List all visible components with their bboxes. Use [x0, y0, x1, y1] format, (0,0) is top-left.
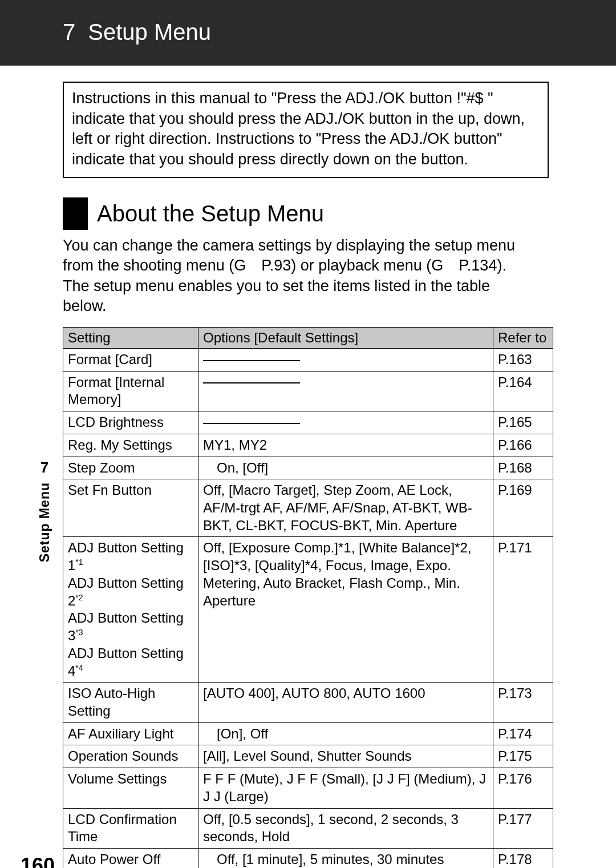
col-header-refer: Refer to — [493, 328, 553, 349]
cell-options — [198, 349, 493, 372]
table-row: Operation Sounds[All], Level Sound, Shut… — [63, 745, 553, 768]
cell-setting: Auto Power Off — [63, 848, 198, 868]
cell-options: Off, [1 minute], 5 minutes, 30 minutes — [198, 848, 493, 868]
manual-page: 7Setup Menu Instructions in this manual … — [0, 0, 616, 868]
cell-options: Off, [Macro Target], Step Zoom, AE Lock,… — [198, 479, 493, 537]
cell-options: On, [Off] — [198, 457, 493, 479]
cell-setting: ISO Auto-High Setting — [63, 683, 198, 722]
cell-refer: P.164 — [493, 371, 553, 411]
cell-options: Off, [Exposure Comp.]*1, [White Balance]… — [198, 537, 493, 683]
page-number: 160 — [21, 854, 55, 868]
table-row: Format [Card]P.163 — [63, 349, 553, 372]
cell-refer: P.177 — [493, 808, 553, 848]
cell-refer: P.169 — [493, 479, 553, 537]
cell-options: Off, [0.5 seconds], 1 second, 2 seconds,… — [198, 808, 493, 848]
table-row: Reg. My SettingsMY1, MY2P.166 — [63, 434, 553, 457]
cell-refer: P.176 — [493, 768, 553, 808]
settings-table: Setting Options [Default Settings] Refer… — [63, 327, 553, 868]
cell-refer: P.168 — [493, 457, 553, 479]
cell-refer: P.165 — [493, 411, 553, 434]
cell-setting: Format [Internal Memory] — [63, 371, 198, 411]
instruction-note-box: Instructions in this manual to "Press th… — [63, 82, 549, 178]
section-intro-text: You can change the camera settings by di… — [63, 236, 530, 317]
section-heading-text: About the Setup Menu — [88, 197, 333, 230]
side-tab-chapter-number: 7 — [34, 459, 55, 477]
cell-setting: Volume Settings — [63, 768, 198, 808]
table-row: ADJ Button Setting 1*1ADJ Button Setting… — [63, 537, 553, 683]
cell-setting: AF Auxiliary Light — [63, 722, 198, 745]
cell-options — [198, 411, 493, 434]
col-header-options: Options [Default Settings] — [198, 328, 493, 349]
chapter-title: Setup Menu — [88, 19, 211, 45]
cell-refer: P.173 — [493, 683, 553, 722]
cell-refer: P.171 — [493, 537, 553, 683]
table-row: AF Auxiliary Light [On], OffP.174 — [63, 722, 553, 745]
cell-refer: P.178 — [493, 848, 553, 868]
instruction-note-text: Instructions in this manual to "Press th… — [72, 90, 525, 168]
table-row: Format [Internal Memory]P.164 — [63, 371, 553, 411]
cell-refer: P.163 — [493, 349, 553, 372]
col-header-setting: Setting — [63, 328, 198, 349]
dash-line-icon — [203, 382, 300, 383]
cell-refer: P.175 — [493, 745, 553, 768]
cell-setting: Format [Card] — [63, 349, 198, 372]
table-row: Step Zoom On, [Off]P.168 — [63, 457, 553, 479]
cell-setting: LCD Confirmation Time — [63, 808, 198, 848]
cell-setting: Set Fn Button — [63, 479, 198, 537]
table-row: Set Fn ButtonOff, [Macro Target], Step Z… — [63, 479, 553, 537]
table-header-row: Setting Options [Default Settings] Refer… — [63, 328, 553, 349]
table-row: ISO Auto-High Setting[AUTO 400], AUTO 80… — [63, 683, 553, 722]
table-row: LCD BrightnessP.165 — [63, 411, 553, 434]
cell-setting: Step Zoom — [63, 457, 198, 479]
cell-refer: P.174 — [493, 722, 553, 745]
table-row: LCD Confirmation TimeOff, [0.5 seconds],… — [63, 808, 553, 848]
dash-line-icon — [203, 423, 300, 424]
chapter-header: 7Setup Menu — [0, 0, 616, 66]
side-tab-text: Setup Menu — [37, 482, 52, 562]
section-heading-marker — [63, 197, 88, 230]
dash-line-icon — [203, 360, 300, 361]
cell-options: [On], Off — [198, 722, 493, 745]
cell-options — [198, 371, 493, 411]
section-heading: About the Setup Menu — [63, 197, 496, 230]
cell-options: [AUTO 400], AUTO 800, AUTO 1600 — [198, 683, 493, 722]
cell-options: [All], Level Sound, Shutter Sounds — [198, 745, 493, 768]
table-row: Volume SettingsF F F (Mute), J F F (Smal… — [63, 768, 553, 808]
cell-options: MY1, MY2 — [198, 434, 493, 457]
table-row: Auto Power Off Off, [1 minute], 5 minute… — [63, 848, 553, 868]
cell-refer: P.166 — [493, 434, 553, 457]
cell-setting: Reg. My Settings — [63, 434, 198, 457]
side-tab-label: 7 Setup Menu — [34, 459, 55, 562]
chapter-number: 7 — [63, 19, 75, 45]
cell-options: F F F (Mute), J F F (Small), [J J F] (Me… — [198, 768, 493, 808]
cell-setting: Operation Sounds — [63, 745, 198, 768]
cell-setting: ADJ Button Setting 1*1ADJ Button Setting… — [63, 537, 198, 683]
cell-setting: LCD Brightness — [63, 411, 198, 434]
